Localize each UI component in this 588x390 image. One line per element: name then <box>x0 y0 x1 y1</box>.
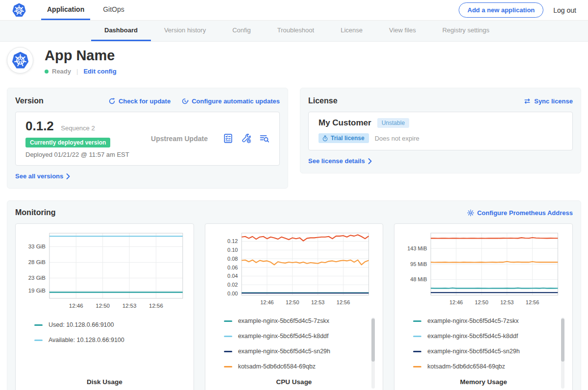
chart-legend: Used: 10.128.0.66:9100Available: 10.128.… <box>23 321 187 352</box>
legend-item: example-nginx-5bc6f5d4c5-7zskx <box>224 317 367 324</box>
legend-label: kotsadm-5db6dc6584-69qbz <box>238 363 316 370</box>
legend-color-dash <box>224 336 232 337</box>
legend-color-dash <box>224 320 232 322</box>
tab-registry-settings[interactable]: Registry settings <box>429 21 503 41</box>
license-type-badge: Trial license <box>318 133 369 143</box>
legend-item: Used: 10.128.0.66:9100 <box>34 321 177 328</box>
svg-text:23 GiB: 23 GiB <box>28 275 46 281</box>
legend-label: example-nginx-5bc6f5d4c5-k8ddf <box>238 333 329 340</box>
edit-config-link[interactable]: Edit config <box>83 68 116 75</box>
deployed-badge: Currently deployed version <box>25 138 110 147</box>
tab-troubleshoot[interactable]: Troubleshoot <box>264 21 327 41</box>
svg-text:143 MiB: 143 MiB <box>408 245 427 251</box>
sync-license-link[interactable]: Sync license <box>523 98 573 105</box>
sync-license-label: Sync license <box>534 98 573 105</box>
status-dot <box>45 70 49 73</box>
customer-name: My Customer <box>318 118 371 128</box>
svg-text:12:56: 12:56 <box>526 299 539 305</box>
configure-automatic-updates-label: Configure automatic updates <box>192 98 280 105</box>
legend-item: example-nginx-5bc6f5d4c5-k8ddf <box>224 333 367 340</box>
check-for-update-link[interactable]: Check for update <box>108 98 171 105</box>
channel-badge: Unstable <box>377 118 409 128</box>
app-sub-nav: Dashboard Version history Config Trouble… <box>0 21 588 42</box>
chart-title: Disk Usage <box>23 378 187 386</box>
page-title: App Name <box>45 48 117 64</box>
svg-text:0.04: 0.04 <box>227 273 238 279</box>
app-logo <box>7 47 33 73</box>
license-card: License Sync license My Customer Unstabl… <box>300 88 581 173</box>
chart-title: CPU Usage <box>212 378 376 386</box>
version-card: Version Check for update Configure au <box>7 88 288 189</box>
version-number: 0.1.2 <box>25 119 54 133</box>
tab-version-history[interactable]: Version history <box>151 21 219 41</box>
gear-icon <box>467 209 474 217</box>
legend-scrollbar-thumb[interactable] <box>561 318 564 362</box>
tab-config[interactable]: Config <box>219 21 264 41</box>
memory-usage-panel: 143 MiB95 MiB48 MiB12:4612:5012:5312:56e… <box>394 223 573 390</box>
cpu-usage-chart: 0.120.100.080.060.040.020.0012:4612:5012… <box>212 230 376 310</box>
legend-item: example-nginx-5bc6f5d4c5-k8ddf <box>413 333 556 340</box>
svg-text:12:46: 12:46 <box>450 299 463 305</box>
legend-scrollbar-thumb[interactable] <box>371 318 375 362</box>
legend-item: kotsadm-5db6dc6584-69qbz <box>413 363 556 370</box>
topnav-tab-application[interactable]: Application <box>41 0 90 20</box>
svg-text:12:53: 12:53 <box>122 303 137 309</box>
see-all-versions-label: See all versions <box>15 172 63 180</box>
memory-usage-chart: 143 MiB95 MiB48 MiB12:4612:5012:5312:56 <box>401 230 565 310</box>
svg-text:0.12: 0.12 <box>227 238 238 244</box>
top-nav: Application GitOps Add a new application… <box>0 0 588 21</box>
legend-label: example-nginx-5bc6f5d4c5-sn29h <box>238 348 330 355</box>
kubernetes-logo-icon <box>11 51 29 70</box>
svg-text:19 GiB: 19 GiB <box>28 288 46 293</box>
configure-prometheus-link[interactable]: Configure Prometheus Address <box>467 209 573 217</box>
legend-color-dash <box>224 351 232 352</box>
svg-text:0.08: 0.08 <box>227 256 238 262</box>
svg-text:12:53: 12:53 <box>500 299 514 305</box>
tab-license[interactable]: License <box>327 21 376 41</box>
edit-config-icon[interactable] <box>241 133 251 144</box>
legend-color-dash <box>413 366 421 367</box>
see-license-details-link[interactable]: See license details <box>308 157 372 165</box>
configure-automatic-updates-link[interactable]: Configure automatic updates <box>181 98 280 105</box>
license-panel: My Customer Unstable Trial license Does … <box>308 112 573 150</box>
legend-label: kotsadm-5db6dc6584-69qbz <box>427 363 505 370</box>
legend-color-dash <box>413 336 421 337</box>
svg-text:0.06: 0.06 <box>227 265 238 270</box>
license-type-label: Trial license <box>331 135 365 142</box>
legend-item: Available: 10.128.0.66:9100 <box>34 337 177 343</box>
topnav-tab-gitops[interactable]: GitOps <box>97 0 130 20</box>
legend-label: example-nginx-5bc6f5d4c5-7zskx <box>427 317 518 324</box>
version-sequence: Sequence 2 <box>61 124 95 132</box>
view-deploy-logs-icon[interactable] <box>259 133 270 144</box>
svg-text:28 GiB: 28 GiB <box>28 259 46 265</box>
svg-text:33 GiB: 33 GiB <box>28 244 46 249</box>
legend-item: example-nginx-5bc6f5d4c5-sn29h <box>413 348 556 355</box>
deployed-timestamp: Deployed 01/21/22 @ 11:57 am EST <box>25 151 136 158</box>
legend-label: example-nginx-5bc6f5d4c5-sn29h <box>427 348 519 355</box>
svg-text:12:46: 12:46 <box>260 299 273 305</box>
check-for-update-label: Check for update <box>119 98 171 105</box>
chart-title: Memory Usage <box>401 378 565 386</box>
preflight-checks-icon[interactable] <box>223 133 233 144</box>
legend-color-dash <box>413 351 421 352</box>
license-card-title: License <box>308 97 338 105</box>
legend-item: example-nginx-5bc6f5d4c5-7zskx <box>413 317 556 324</box>
tab-view-files[interactable]: View files <box>376 21 429 41</box>
logout-button[interactable]: Log out <box>553 6 576 14</box>
legend-color-dash <box>413 320 421 322</box>
kubernetes-logo-icon <box>12 3 26 18</box>
tab-dashboard[interactable]: Dashboard <box>91 21 151 41</box>
disk-usage-panel: 33 GiB28 GiB23 GiB19 GiB12:4612:5012:531… <box>15 223 194 390</box>
see-all-versions-link[interactable]: See all versions <box>15 172 70 180</box>
charts-row: 33 GiB28 GiB23 GiB19 GiB12:4612:5012:531… <box>15 223 573 390</box>
refresh-icon <box>108 98 116 105</box>
chart-legend: example-nginx-5bc6f5d4c5-7zskxexample-ng… <box>401 317 565 378</box>
legend-label: example-nginx-5bc6f5d4c5-7zskx <box>238 317 329 324</box>
legend-label: Available: 10.128.0.66:9100 <box>49 337 124 343</box>
add-application-button[interactable]: Add a new application <box>459 2 543 18</box>
clock-refresh-icon <box>181 98 189 105</box>
see-license-details-label: See license details <box>308 157 365 165</box>
status-text: Ready <box>52 68 71 75</box>
kubernetes-logo-icon <box>12 0 26 20</box>
svg-text:12:56: 12:56 <box>149 303 163 309</box>
